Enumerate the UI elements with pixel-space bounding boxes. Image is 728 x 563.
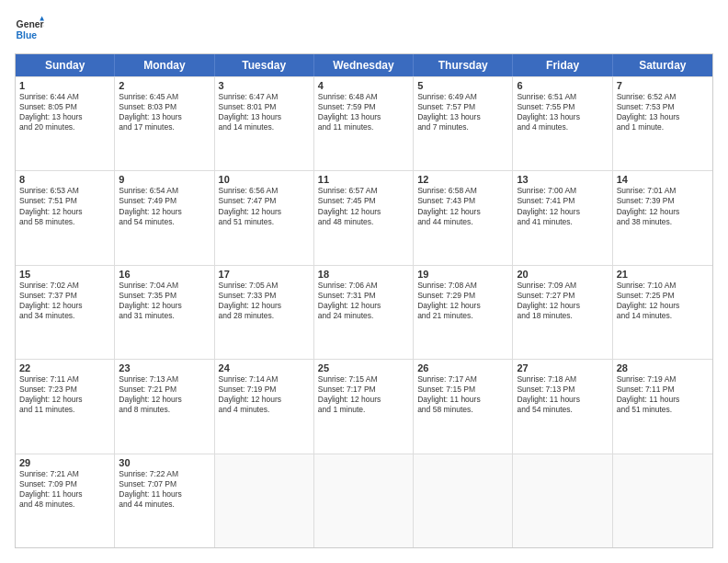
day-number: 22 — [19, 362, 110, 373]
day-number: 18 — [318, 269, 409, 280]
cal-cell-day-14: 14Sunrise: 7:01 AMSunset: 7:39 PMDayligh… — [613, 171, 712, 264]
calendar-row-4: 22Sunrise: 7:11 AMSunset: 7:23 PMDayligh… — [16, 359, 712, 453]
cell-line: Sunset: 7:27 PM — [517, 291, 608, 301]
cal-cell-day-16: 16Sunrise: 7:04 AMSunset: 7:35 PMDayligh… — [115, 266, 214, 359]
cell-line: Sunset: 7:09 PM — [19, 479, 110, 489]
cell-line: Sunset: 7:23 PM — [19, 385, 110, 395]
day-number: 8 — [19, 174, 110, 185]
header-day-monday: Monday — [115, 54, 214, 76]
cal-cell-day-10: 10Sunrise: 6:56 AMSunset: 7:47 PMDayligh… — [215, 171, 314, 264]
cal-cell-day-11: 11Sunrise: 6:57 AMSunset: 7:45 PMDayligh… — [314, 171, 414, 264]
cell-line: Sunset: 7:19 PM — [219, 385, 310, 395]
day-number: 1 — [19, 80, 110, 91]
cell-line: and 11 minutes. — [318, 122, 409, 132]
cal-cell-day-2: 2Sunrise: 6:45 AMSunset: 8:03 PMDaylight… — [115, 77, 214, 170]
day-number: 21 — [617, 269, 709, 280]
day-number: 15 — [19, 269, 110, 280]
header-day-saturday: Saturday — [613, 54, 712, 76]
cell-line: Sunset: 7:51 PM — [19, 196, 110, 206]
cal-cell-day-3: 3Sunrise: 6:47 AMSunset: 8:01 PMDaylight… — [215, 77, 314, 170]
cell-line: Sunrise: 7:02 AM — [19, 281, 110, 291]
cell-line: Daylight: 12 hours — [19, 301, 110, 311]
cell-line: Sunset: 7:57 PM — [417, 102, 508, 112]
cell-line: and 20 minutes. — [19, 122, 110, 132]
cell-line: Sunset: 7:47 PM — [219, 196, 310, 206]
calendar-body: 1Sunrise: 6:44 AMSunset: 8:05 PMDaylight… — [16, 76, 712, 547]
cell-line: Sunset: 7:15 PM — [417, 385, 508, 395]
calendar-row-1: 1Sunrise: 6:44 AMSunset: 8:05 PMDaylight… — [16, 76, 712, 170]
cell-line: Daylight: 12 hours — [119, 207, 210, 217]
cell-line: and 1 minute. — [617, 122, 709, 132]
cal-cell-day-18: 18Sunrise: 7:06 AMSunset: 7:31 PMDayligh… — [314, 266, 414, 359]
cell-line: Daylight: 11 hours — [617, 395, 709, 405]
header-day-thursday: Thursday — [414, 54, 513, 76]
cell-line: Sunset: 8:01 PM — [219, 102, 310, 112]
day-number: 3 — [219, 80, 310, 91]
cell-line: Daylight: 11 hours — [19, 489, 110, 500]
cell-line: Sunrise: 7:04 AM — [119, 281, 210, 291]
cell-line: and 11 minutes. — [19, 405, 110, 415]
cell-line: Sunset: 7:29 PM — [417, 291, 508, 301]
calendar-row-2: 8Sunrise: 6:53 AMSunset: 7:51 PMDaylight… — [16, 170, 712, 264]
cell-line: and 31 minutes. — [119, 311, 210, 321]
cell-line: Sunset: 7:59 PM — [318, 102, 409, 112]
cell-line: Daylight: 13 hours — [417, 112, 508, 122]
cell-line: and 7 minutes. — [417, 122, 508, 132]
cal-cell-day-6: 6Sunrise: 6:51 AMSunset: 7:55 PMDaylight… — [513, 77, 612, 170]
cell-line: Daylight: 11 hours — [417, 395, 508, 405]
cell-line: Sunrise: 7:17 AM — [417, 374, 508, 385]
cell-line: Sunset: 7:37 PM — [19, 291, 110, 301]
cell-line: Sunset: 7:41 PM — [517, 196, 608, 206]
page: General Blue SundayMondayTuesdayWednesda… — [0, 0, 728, 563]
cell-line: Sunset: 7:31 PM — [318, 291, 409, 301]
cal-cell-day-5: 5Sunrise: 6:49 AMSunset: 7:57 PMDaylight… — [414, 77, 513, 170]
cal-cell-day-23: 23Sunrise: 7:13 AMSunset: 7:21 PMDayligh… — [115, 360, 214, 453]
day-number: 7 — [617, 80, 709, 91]
cal-cell-day-27: 27Sunrise: 7:18 AMSunset: 7:13 PMDayligh… — [513, 360, 612, 453]
cell-line: Daylight: 11 hours — [119, 489, 210, 500]
cell-line: Sunrise: 6:52 AM — [617, 92, 709, 102]
cal-cell-day-22: 22Sunrise: 7:11 AMSunset: 7:23 PMDayligh… — [16, 360, 115, 453]
cell-line: and 54 minutes. — [119, 217, 210, 227]
cal-cell-day-20: 20Sunrise: 7:09 AMSunset: 7:27 PMDayligh… — [513, 266, 612, 359]
cell-line: Sunset: 7:33 PM — [219, 291, 310, 301]
day-number: 30 — [119, 457, 210, 468]
cal-cell-empty — [314, 454, 414, 547]
cell-line: and 28 minutes. — [219, 311, 310, 321]
cal-cell-day-21: 21Sunrise: 7:10 AMSunset: 7:25 PMDayligh… — [613, 266, 712, 359]
svg-text:General: General — [17, 19, 44, 29]
day-number: 12 — [417, 174, 508, 185]
day-number: 28 — [617, 362, 709, 373]
cal-cell-day-1: 1Sunrise: 6:44 AMSunset: 8:05 PMDaylight… — [16, 77, 115, 170]
cell-line: and 44 minutes. — [417, 217, 508, 227]
cell-line: Sunrise: 7:18 AM — [517, 374, 608, 385]
cell-line: Sunset: 8:03 PM — [119, 102, 210, 112]
cell-line: and 17 minutes. — [119, 122, 210, 132]
cal-cell-day-12: 12Sunrise: 6:58 AMSunset: 7:43 PMDayligh… — [414, 171, 513, 264]
cell-line: Daylight: 12 hours — [318, 207, 409, 217]
cell-line: Sunrise: 7:10 AM — [617, 281, 709, 291]
day-number: 29 — [19, 457, 110, 468]
cal-cell-empty — [215, 454, 314, 547]
cell-line: Sunrise: 6:48 AM — [318, 92, 409, 102]
cell-line: and 48 minutes. — [318, 217, 409, 227]
day-number: 16 — [119, 269, 210, 280]
cell-line: Daylight: 12 hours — [617, 301, 709, 311]
cell-line: and 21 minutes. — [417, 311, 508, 321]
cell-line: and 8 minutes. — [119, 405, 210, 415]
cell-line: and 4 minutes. — [219, 405, 310, 415]
cell-line: Daylight: 12 hours — [219, 395, 310, 405]
cell-line: and 14 minutes. — [617, 311, 709, 321]
cell-line: and 24 minutes. — [318, 311, 409, 321]
cell-line: Sunrise: 6:53 AM — [19, 186, 110, 196]
cell-line: Sunset: 7:21 PM — [119, 385, 210, 395]
cell-line: Daylight: 12 hours — [417, 301, 508, 311]
cell-line: Daylight: 12 hours — [19, 395, 110, 405]
cell-line: Daylight: 12 hours — [219, 207, 310, 217]
cell-line: Sunset: 7:49 PM — [119, 196, 210, 206]
calendar-row-5: 29Sunrise: 7:21 AMSunset: 7:09 PMDayligh… — [16, 454, 712, 547]
cal-cell-day-15: 15Sunrise: 7:02 AMSunset: 7:37 PMDayligh… — [16, 266, 115, 359]
cell-line: and 48 minutes. — [19, 500, 110, 510]
cell-line: Daylight: 13 hours — [318, 112, 409, 122]
cell-line: Sunrise: 7:09 AM — [517, 281, 608, 291]
